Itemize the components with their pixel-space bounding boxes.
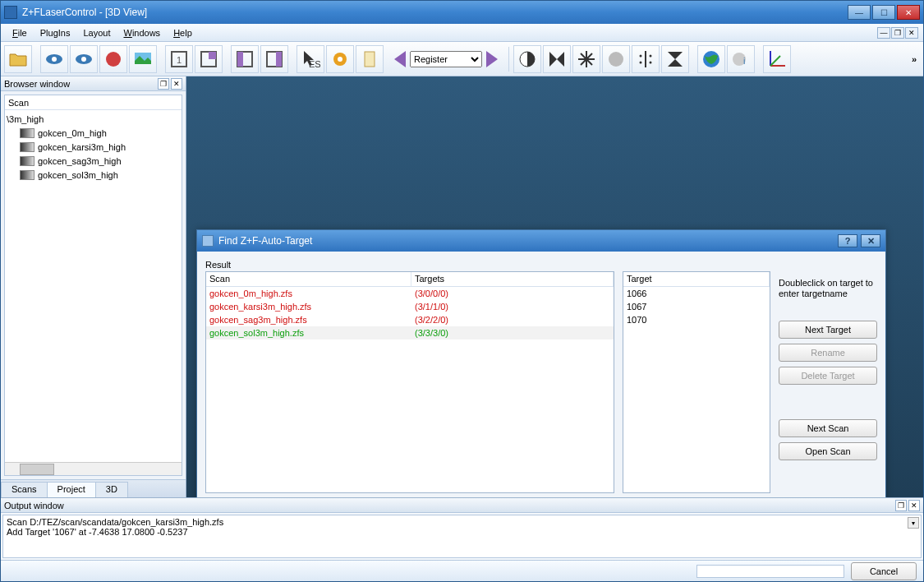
view-eye1-button[interactable] xyxy=(40,45,68,73)
statusbar: Cancel xyxy=(1,560,923,581)
browser-undock-button[interactable]: ❐ xyxy=(158,78,169,90)
tree-item[interactable]: gokcen_0m_high xyxy=(7,126,180,140)
nav-next-button[interactable] xyxy=(484,47,500,72)
col-target[interactable]: Target xyxy=(623,272,770,286)
scan-thumb-icon xyxy=(20,170,34,180)
browser-title-label: Browser window xyxy=(4,79,70,89)
menubar: File PlugIns Layout Windows Help — ❐ ✕ xyxy=(1,24,923,42)
svg-point-20 xyxy=(640,54,642,57)
scan-thumb-icon xyxy=(20,142,34,152)
mdi-minimize-button[interactable]: — xyxy=(877,27,890,39)
menu-windows[interactable]: Windows xyxy=(117,26,167,39)
menu-file-label: ile xyxy=(18,28,27,38)
progress-bar xyxy=(696,565,844,578)
tree-root[interactable]: \3m_high xyxy=(7,112,180,126)
svg-point-3 xyxy=(81,57,86,62)
open-folder-button[interactable] xyxy=(4,45,32,73)
scan-thumb-icon xyxy=(20,128,34,138)
scan-result-list[interactable]: Scan Targets gokcen_0m_high.zfs(3/0/0/0)… xyxy=(205,271,614,493)
output-dropdown-button[interactable]: ▾ xyxy=(908,517,919,529)
delete-target-button[interactable]: Delete Target xyxy=(779,367,877,385)
target-hourglass-h-icon[interactable] xyxy=(543,45,571,73)
cursor-esc-button[interactable]: ESC xyxy=(297,45,324,73)
output-close-button[interactable]: ✕ xyxy=(908,500,920,511)
target-list[interactable]: Target 106610671070 xyxy=(623,271,770,493)
svg-point-16 xyxy=(338,57,342,62)
svg-rect-9 xyxy=(209,52,216,59)
menu-layout[interactable]: Layout xyxy=(76,26,117,39)
maximize-button[interactable]: ☐ xyxy=(872,5,895,20)
dialog-icon xyxy=(202,235,214,247)
dialog-close-button[interactable]: ✕ xyxy=(861,234,880,247)
view-image-button[interactable] xyxy=(129,45,157,73)
doubleclick-hint: Doubleclick on target to enter targetnam… xyxy=(779,278,877,299)
mdi-restore-button[interactable]: ❐ xyxy=(891,27,904,39)
scan-tree[interactable]: \3m_high gokcen_0m_high gokcen_karsi3m_h… xyxy=(5,110,182,462)
scan-result-row[interactable]: gokcen_sag3m_high.zfs(3/2/2/0) xyxy=(206,313,614,326)
globe-button[interactable] xyxy=(697,45,725,73)
view-sphere-button[interactable] xyxy=(99,45,127,73)
dialog-side-buttons: Doubleclick on target to enter targetnam… xyxy=(779,271,877,493)
single-view-button[interactable]: 1 xyxy=(165,45,193,73)
menu-help[interactable]: Help xyxy=(167,26,199,39)
nav-prev-button[interactable] xyxy=(392,47,408,72)
corner-view-button[interactable] xyxy=(195,45,223,73)
target-list-header[interactable]: Target xyxy=(623,272,770,287)
menu-help-label: elp xyxy=(180,28,192,38)
next-scan-button[interactable]: Next Scan xyxy=(779,419,877,437)
target-dots-icon[interactable] xyxy=(632,45,660,73)
tree-item[interactable]: gokcen_sag3m_high xyxy=(7,154,180,168)
tree-item[interactable]: gokcen_sol3m_high xyxy=(7,168,180,182)
tab-project[interactable]: Project xyxy=(47,482,96,497)
target-star-icon[interactable] xyxy=(572,45,600,73)
axes-button[interactable] xyxy=(763,45,791,73)
tree-item[interactable]: gokcen_karsi3m_high xyxy=(7,140,180,154)
target-hourglass-v-icon[interactable] xyxy=(661,45,689,73)
target-radial-icon[interactable] xyxy=(513,45,541,73)
scan-result-row[interactable]: gokcen_0m_high.zfs(3/0/0/0) xyxy=(206,287,614,300)
browser-close-button[interactable]: ✕ xyxy=(171,78,182,90)
titlebar: Z+FLaserControl - [3D View] — ☐ ✕ xyxy=(1,1,923,24)
scan-list-header[interactable]: Scan Targets xyxy=(206,272,614,287)
menu-plugins[interactable]: PlugIns xyxy=(34,26,77,39)
output-undock-button[interactable]: ❐ xyxy=(895,500,907,511)
tree-header[interactable]: Scan xyxy=(5,95,182,110)
next-target-button[interactable]: Next Target xyxy=(779,321,877,339)
sphere-gray-icon[interactable] xyxy=(602,45,630,73)
tab-scans[interactable]: Scans xyxy=(1,482,48,497)
tree-hscrollbar[interactable] xyxy=(5,462,182,475)
svg-point-4 xyxy=(106,52,121,67)
toolbar-overflow-button[interactable]: » xyxy=(912,54,917,64)
open-scan-button[interactable]: Open Scan xyxy=(779,442,877,460)
info-sphere-button[interactable]: i xyxy=(727,45,755,73)
menu-file[interactable]: File xyxy=(6,26,34,39)
scan-result-row[interactable]: gokcen_karsi3m_high.zfs(3/1/1/0) xyxy=(206,300,614,313)
book-button[interactable] xyxy=(356,45,384,73)
cancel-button[interactable]: Cancel xyxy=(851,562,917,580)
mdi-close-button[interactable]: ✕ xyxy=(905,27,918,39)
scan-result-row[interactable]: gokcen_sol3m_high.zfs(3/3/3/0) xyxy=(206,326,614,340)
target-row[interactable]: 1066 xyxy=(623,287,770,300)
browser-tabs: Scans Project 3D xyxy=(1,479,186,497)
register-select[interactable]: Register xyxy=(410,51,482,67)
split-right-button[interactable] xyxy=(260,45,288,73)
register-combo[interactable]: Register xyxy=(410,50,482,68)
view-eye2-button[interactable] xyxy=(70,45,98,73)
output-text[interactable]: Scan D:/TEZ/scan/scandata/gokcen_karsi3m… xyxy=(2,515,922,558)
col-targets[interactable]: Targets xyxy=(411,272,614,286)
target-row[interactable]: 1067 xyxy=(623,300,770,313)
dialog-title: Find Z+F-Auto-Target xyxy=(218,235,834,247)
dialog-titlebar[interactable]: Find Z+F-Auto-Target ? ✕ xyxy=(197,230,885,252)
dialog-help-button[interactable]: ? xyxy=(838,234,857,247)
browser-panel: Browser window ❐ ✕ Scan \3m_high gokcen_… xyxy=(1,76,186,497)
target-row[interactable]: 1070 xyxy=(623,313,770,326)
close-button[interactable]: ✕ xyxy=(897,5,920,20)
split-left-button[interactable] xyxy=(231,45,259,73)
tab-3d[interactable]: 3D xyxy=(95,482,128,497)
settings-gear-button[interactable] xyxy=(326,45,354,73)
col-scan[interactable]: Scan xyxy=(206,272,411,286)
dialog-body: Result Scan Targets gokcen_0m_high.zfs(3… xyxy=(197,252,885,497)
rename-button[interactable]: Rename xyxy=(779,344,877,362)
minimize-button[interactable]: — xyxy=(848,5,871,20)
output-panel: Output window ❐ ✕ Scan D:/TEZ/scan/scand… xyxy=(1,497,923,560)
